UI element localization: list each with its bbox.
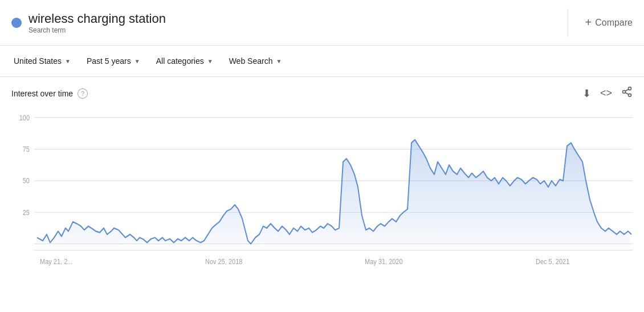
time-label: Past 5 years (87, 56, 131, 66)
embed-icon[interactable]: <> (600, 87, 612, 99)
compare-plus-icon: + (585, 16, 592, 29)
category-chevron-icon: ▼ (207, 58, 213, 64)
time-chevron-icon: ▼ (134, 58, 140, 64)
search-type-chevron-icon: ▼ (276, 58, 282, 64)
help-icon[interactable]: ? (78, 88, 88, 99)
svg-text:25: 25 (23, 208, 30, 216)
blue-dot (11, 18, 22, 28)
chart-actions: ⬇ <> (582, 86, 633, 100)
svg-line-4 (625, 89, 629, 91)
time-filter[interactable]: Past 5 years ▼ (79, 52, 148, 70)
location-chevron-icon: ▼ (65, 58, 71, 64)
svg-text:75: 75 (23, 145, 30, 153)
svg-point-0 (629, 87, 631, 90)
svg-text:May 31, 2020: May 31, 2020 (365, 257, 403, 265)
svg-point-2 (629, 94, 631, 96)
search-query: wireless charging station (28, 11, 166, 26)
download-icon[interactable]: ⬇ (582, 87, 591, 100)
location-filter[interactable]: United States ▼ (6, 52, 79, 70)
svg-text:Nov 25, 2018: Nov 25, 2018 (205, 257, 242, 265)
header: wireless charging station Search term + … (0, 0, 644, 46)
compare-button[interactable]: + Compare (585, 16, 633, 29)
location-label: United States (14, 56, 62, 66)
search-subtitle: Search term (28, 26, 166, 34)
chart-title: Interest over time (11, 89, 73, 98)
chart-title-area: Interest over time ? (11, 88, 88, 99)
svg-point-1 (623, 91, 626, 94)
search-term-area: wireless charging station Search term (11, 11, 551, 34)
chart-container: 100 75 50 25 May 21, 2... Nov 25, 2018 M… (11, 105, 633, 282)
svg-text:100: 100 (19, 114, 30, 121)
svg-line-3 (625, 92, 629, 94)
category-filter[interactable]: All categories ▼ (148, 52, 221, 70)
chart-section: Interest over time ? ⬇ <> 100 75 (0, 77, 644, 282)
vertical-divider (568, 9, 568, 37)
search-type-label: Web Search (229, 56, 273, 66)
svg-text:Dec 5, 2021: Dec 5, 2021 (536, 257, 569, 265)
trend-chart: 100 75 50 25 May 21, 2... Nov 25, 2018 M… (11, 105, 633, 282)
filters-bar: United States ▼ Past 5 years ▼ All categ… (0, 46, 644, 77)
compare-label: Compare (595, 18, 633, 28)
search-type-filter[interactable]: Web Search ▼ (221, 52, 290, 70)
svg-text:50: 50 (23, 177, 30, 185)
category-label: All categories (156, 56, 204, 66)
chart-header: Interest over time ? ⬇ <> (11, 77, 633, 105)
share-icon[interactable] (621, 86, 633, 100)
svg-text:May 21, 2...: May 21, 2... (40, 257, 72, 265)
